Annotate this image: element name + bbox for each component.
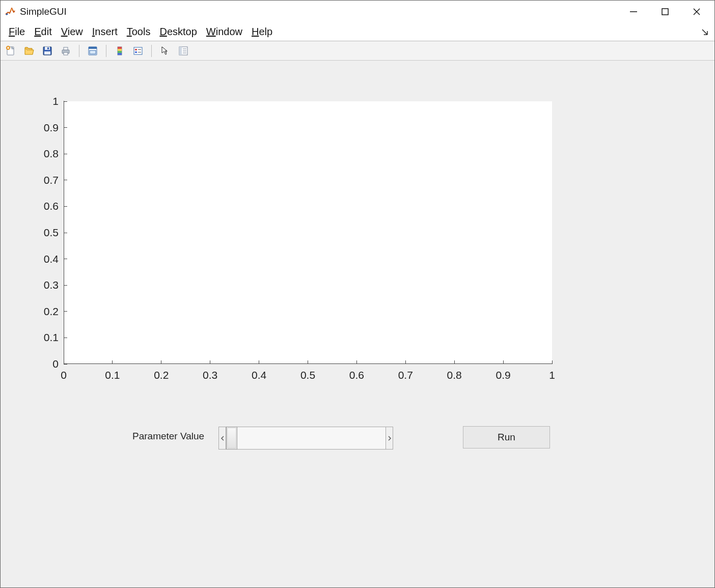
- x-tick-label: 0.9: [496, 369, 510, 381]
- x-tick-label: 0.8: [447, 369, 462, 381]
- svg-rect-8: [47, 47, 49, 49]
- figure-canvas: Parameter Value Run 00.10.20.30.40.50.60…: [1, 61, 714, 587]
- link-axes-button[interactable]: [86, 44, 100, 58]
- save-button[interactable]: [40, 44, 54, 58]
- svg-rect-23: [135, 51, 137, 53]
- x-tick-label: 0.6: [349, 369, 364, 381]
- parameter-label: Parameter Value: [132, 431, 204, 442]
- x-tick-label: 0: [61, 369, 67, 381]
- parameter-slider[interactable]: [218, 427, 393, 450]
- svg-rect-17: [118, 47, 122, 49]
- new-file-button[interactable]: [4, 44, 18, 58]
- y-tick: [64, 101, 67, 102]
- x-tick: [405, 360, 406, 364]
- svg-rect-9: [44, 51, 50, 54]
- x-tick-label: 0.7: [398, 369, 413, 381]
- y-tick-label: 0.3: [28, 279, 59, 291]
- y-tick-label: 1: [28, 95, 59, 107]
- menu-edit[interactable]: Edit: [30, 25, 57, 39]
- menu-view[interactable]: View: [57, 25, 88, 39]
- y-tick: [64, 180, 67, 180]
- svg-rect-18: [118, 49, 122, 51]
- colorbar-button[interactable]: [113, 44, 127, 58]
- menu-insert[interactable]: Insert: [88, 25, 123, 39]
- y-tick: [64, 364, 67, 365]
- print-button[interactable]: [59, 44, 73, 58]
- svg-rect-21: [134, 47, 142, 54]
- y-tick-label: 0: [28, 358, 59, 370]
- slider-thumb[interactable]: [226, 427, 237, 450]
- menubar: File Edit View Insert Tools Desktop Wind…: [1, 23, 714, 41]
- svg-rect-20: [118, 53, 122, 55]
- maximize-button[interactable]: [649, 1, 681, 23]
- x-tick: [356, 360, 357, 364]
- axes[interactable]: [64, 101, 552, 364]
- window-title: SimpleGUI: [20, 6, 67, 17]
- y-tick: [64, 206, 67, 207]
- slider-right-arrow[interactable]: [386, 427, 393, 450]
- minimize-button[interactable]: [618, 1, 649, 23]
- x-tick: [259, 360, 259, 364]
- run-button[interactable]: Run: [463, 426, 550, 449]
- y-tick: [64, 233, 67, 233]
- toolbar-separator: [151, 45, 152, 57]
- toolbar-separator: [79, 45, 79, 57]
- y-tick-label: 0.6: [28, 200, 59, 212]
- svg-rect-15: [90, 50, 96, 54]
- x-tick-label: 0.4: [252, 369, 266, 381]
- menu-desktop[interactable]: Desktop: [155, 25, 202, 39]
- matlab-icon: [5, 6, 16, 17]
- x-tick: [454, 360, 455, 364]
- y-tick-label: 0.8: [28, 148, 59, 160]
- x-tick-label: 0.5: [300, 369, 315, 381]
- x-tick: [161, 360, 161, 364]
- y-tick: [64, 338, 67, 338]
- x-tick: [210, 360, 210, 364]
- svg-rect-19: [118, 51, 122, 53]
- x-tick: [308, 360, 308, 364]
- x-tick-label: 0.1: [105, 369, 120, 381]
- svg-rect-14: [89, 47, 97, 49]
- menu-file[interactable]: File: [5, 25, 30, 39]
- y-tick-label: 0.4: [28, 253, 59, 265]
- svg-rect-27: [179, 47, 182, 55]
- y-tick: [64, 127, 67, 128]
- x-tick-label: 1: [549, 369, 555, 381]
- svg-rect-11: [64, 47, 68, 50]
- y-tick: [64, 285, 67, 286]
- y-tick-label: 0.2: [28, 305, 59, 318]
- svg-rect-1: [662, 9, 668, 15]
- y-tick-label: 0.5: [28, 227, 59, 239]
- x-tick-label: 0.2: [154, 369, 169, 381]
- x-axis-line: [64, 363, 553, 364]
- dock-arrow-icon[interactable]: [701, 29, 708, 36]
- run-button-label: Run: [498, 432, 515, 443]
- figure-window: SimpleGUI File Edit View Insert Tools De…: [0, 0, 715, 588]
- close-button[interactable]: [681, 1, 712, 23]
- x-tick: [552, 360, 553, 364]
- titlebar: SimpleGUI: [1, 1, 714, 23]
- open-button[interactable]: [22, 44, 36, 58]
- x-tick: [112, 360, 113, 364]
- y-tick-label: 0.9: [28, 122, 59, 134]
- property-inspector-button[interactable]: [176, 44, 190, 58]
- slider-left-arrow[interactable]: [218, 427, 226, 450]
- y-tick-label: 0.1: [28, 331, 59, 344]
- toolbar-separator: [106, 45, 106, 57]
- y-tick: [64, 154, 67, 154]
- slider-track[interactable]: [226, 427, 386, 450]
- menu-help[interactable]: Help: [248, 25, 278, 39]
- x-tick: [503, 360, 504, 364]
- y-tick: [64, 311, 67, 312]
- toolbar: [1, 41, 714, 61]
- menu-tools[interactable]: Tools: [123, 25, 156, 39]
- y-tick-label: 0.7: [28, 174, 59, 186]
- x-tick-label: 0.3: [203, 369, 217, 381]
- y-tick: [64, 259, 67, 259]
- legend-button[interactable]: [131, 44, 145, 58]
- svg-rect-22: [135, 49, 137, 50]
- svg-rect-12: [64, 52, 68, 55]
- edit-plot-button[interactable]: [158, 44, 172, 58]
- menu-window[interactable]: Window: [202, 25, 248, 39]
